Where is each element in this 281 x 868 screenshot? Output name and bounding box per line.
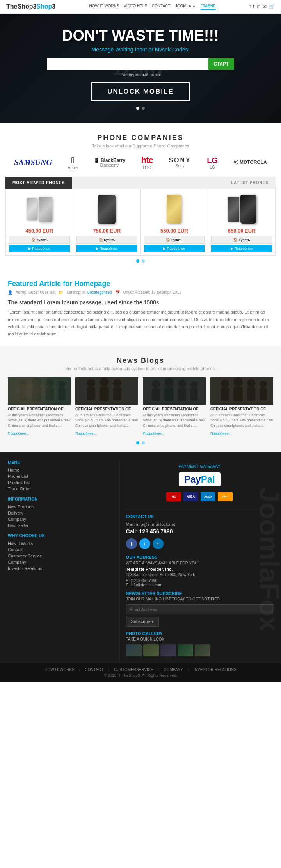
footer-why-how[interactable]: How it Works [8,541,113,546]
nav-video-help[interactable]: VIDEO HELP [124,4,147,10]
brand-htc[interactable]: htc HTC [141,155,153,170]
phones-tabs: MOST VIEWED PHONES LATEST PHONES [5,177,276,189]
footer-menu-home[interactable]: Home [8,468,113,472]
footer-why-contact[interactable]: Contact [8,547,113,552]
featured-article-section: Featured Article for Homepage 👤 Автор: S… [0,270,281,346]
news-card-2-more[interactable]: Подробнее... [75,431,96,435]
news-dot-1[interactable] [136,441,139,444]
footer-bottom-company[interactable]: COMPANY [164,667,183,672]
hero-headline: DON'T WASTE TIME!!! [8,27,273,44]
footer-bottom-contact[interactable]: CONTACT [85,667,104,672]
social-linkedin[interactable]: in [153,538,164,549]
svg-point-10 [87,379,95,387]
photo-thumb-3[interactable] [160,644,176,656]
phone-cart-btn-2[interactable]: 🏠 Купить [76,236,137,244]
meta-category-icon: 📁 [59,290,63,295]
photo-thumbs-row [126,644,273,656]
hero-search-input[interactable] [47,58,208,70]
hero-search-button[interactable]: СТАРТ [208,58,234,70]
footer-menu-trace-order[interactable]: Trace Order [8,486,113,491]
email-icon[interactable]: ✉ [263,4,267,9]
photo-thumb-1[interactable] [126,644,142,656]
newsletter-subscribe-button[interactable]: Subscribe ▾ [126,617,159,627]
cart-icon[interactable]: 🛒 [269,4,275,9]
sony-label: Sony [176,164,185,168]
news-card-3-more[interactable]: Подробнее... [143,431,164,435]
footer-menu-product-list[interactable]: Product List [8,480,113,485]
linkedin-icon[interactable]: in [257,4,260,9]
social-facebook[interactable]: f [126,538,137,549]
social-twitter[interactable]: t [139,538,150,549]
svg-point-23 [190,381,198,388]
phone-companies-section: PHONE COMPANIES Take a look at all our S… [0,123,281,177]
newsletter-input[interactable] [126,604,273,614]
photo-thumb-4[interactable] [178,644,193,656]
hero-section: 123RF DON'T WASTE TIME!!! Message Waitin… [0,14,281,123]
nav-contact[interactable]: CONTACT [152,4,171,10]
phone-detail-btn-2[interactable]: ▶ Подробнее [76,245,137,252]
news-dot-2[interactable] [142,441,145,444]
phone-cart-btn-1[interactable]: 🏠 Купить [9,236,70,244]
phone-detail-btn-3[interactable]: ▶ Подробнее [144,245,205,252]
news-card-4-more[interactable]: Подробнее... [210,431,231,435]
phones-dot-2[interactable] [142,259,145,263]
hero-advanced-search[interactable]: Расширенный поиск [8,72,273,77]
svg-rect-11 [87,387,95,400]
brands-row: SAMSUNG  Apple 📱 BlackBerry Blackberry … [8,155,273,170]
phone-cart-btn-4[interactable]: 🏠 Купить [211,236,272,244]
nav-joomla[interactable]: JOOMLA ▲ [175,4,196,10]
nav-how-it-works[interactable]: HOW IT WORKS [89,4,119,10]
phone-detail-btn-4[interactable]: ▶ Подробнее [211,245,272,252]
contact-email: Mail: info@sim-unlock.net [126,522,273,527]
tab-latest[interactable]: LATEST PHONES [72,177,276,189]
news-card-1-more[interactable]: Подробнее... [8,431,29,435]
brand-blackberry[interactable]: 📱 BlackBerry Blackberry [94,158,126,167]
brand-lg[interactable]: LG LG [207,156,218,169]
footer-info-best-seller[interactable]: Best Seller [8,523,113,528]
footer-info-new-products[interactable]: New Products [8,504,113,509]
footer-why-customer[interactable]: Customer Service [8,554,113,558]
footer-menu-phone-list[interactable]: Phone List [8,474,113,479]
brand-apple[interactable]:  Apple [68,155,78,170]
phones-dot-1[interactable] [136,259,139,263]
svg-point-19 [164,378,174,387]
twitter-icon[interactable]: t [253,4,254,9]
svg-point-26 [221,379,229,387]
blackberry-label: Blackberry [100,163,119,167]
brand-motorola[interactable]: ⓪ MOTOROLA [234,159,267,166]
footer-why-company[interactable]: Company [8,560,113,564]
svg-rect-13 [100,387,109,401]
hero-subheadline: Message Waiting Input or Mvsek Codes! [8,46,273,53]
featured-article-excerpt-title: The standard Lorem Ipsum passage, used s… [8,299,273,305]
footer-bottom-how[interactable]: HOW IT WORKS [44,667,74,672]
meta-author-icon: 👤 [8,290,12,295]
footer-info-company[interactable]: Company [8,517,113,522]
phone-cart-btn-3[interactable]: 🏠 Купить [144,236,205,244]
paypal-logo[interactable]: PayPal [179,472,221,486]
tab-most-viewed[interactable]: MOST VIEWED PHONES [5,177,72,189]
footer-bottom-customer[interactable]: CUSTOMERSERVICE [114,667,153,672]
contact-phone: Call: 123.456.7890 [126,528,273,534]
phone-price-2: 750.00 EUR [93,228,121,234]
logo[interactable]: TheShop3Shop3 [6,3,55,10]
facebook-icon[interactable]: f [249,4,251,9]
lg-logo: LG [207,156,218,165]
brand-sony[interactable]: SONY Sony [169,157,191,168]
brand-samsung[interactable]: SAMSUNG [14,158,52,167]
nav-active[interactable]: ГЛАВНЕ [201,4,216,10]
featured-article-title: Featured Article for Homepage [8,280,273,288]
hero-dot-1[interactable] [136,107,139,110]
newsletter-sub: JOIN OUR MAILING LIST TODAY TO GET NOTIF… [126,597,273,601]
meta-date: Опубликовано: 16 декабря 2013 [123,290,181,295]
hero-dot-2[interactable] [142,107,145,110]
footer-info-delivery[interactable]: Delivery [8,511,113,515]
news-card-4-title: OFFICIAL PRESENTATION OF [210,407,273,411]
photo-thumb-2[interactable] [143,644,159,656]
phone-detail-btn-1[interactable]: ▶ Подробнее [9,245,70,252]
footer-why-investor[interactable]: Investor Relations [8,566,113,571]
photo-thumb-5[interactable] [195,644,210,656]
news-card-2-body: At this year's Consumer Electronics Show… [75,413,138,429]
footer-bottom-investor[interactable]: INVESTOR RELATIONS [194,667,237,672]
mastercard-icon: MC [166,492,181,501]
hero-unlock-button[interactable]: UNLOCK MOBILE [91,82,190,101]
